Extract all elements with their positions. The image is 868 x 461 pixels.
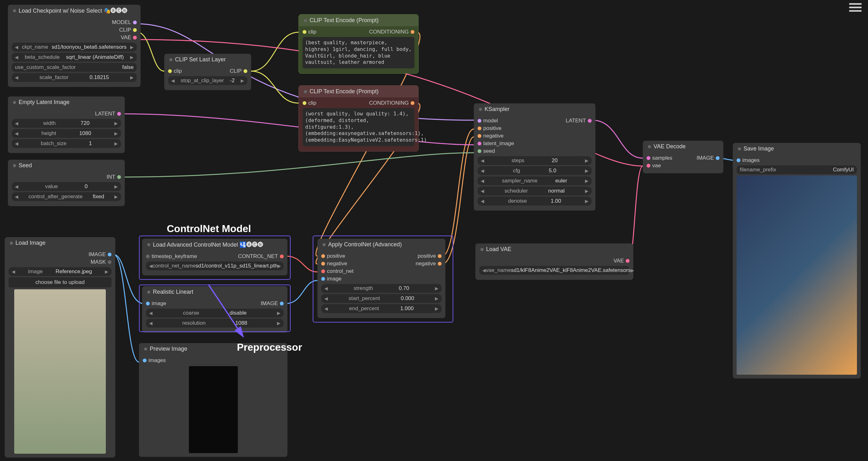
widget-scale-factor[interactable]: ◀scale_factor0.18215▶ bbox=[12, 73, 137, 82]
node-clip-set-last[interactable]: CLIP Set Last Layer clipCLIP ◀stop_at_cl… bbox=[164, 54, 251, 90]
output-image: IMAGE bbox=[696, 155, 714, 161]
output-negative: negative bbox=[416, 261, 436, 267]
slot-dot[interactable] bbox=[303, 101, 306, 105]
slot-dot[interactable] bbox=[321, 277, 325, 281]
slot-dot[interactable] bbox=[117, 112, 121, 116]
widget-start-pct[interactable]: ◀start_percent0.000▶ bbox=[321, 294, 441, 303]
node-header[interactable]: VAE Decode bbox=[643, 141, 723, 152]
widget-resolution[interactable]: ◀resolution1088▶ bbox=[146, 319, 284, 327]
node-load-vae[interactable]: Load VAE VAE ◀vae_namesd1/klF8Anime2VAE_… bbox=[475, 243, 633, 280]
slot-dot[interactable] bbox=[647, 156, 650, 160]
node-header[interactable]: CLIP Text Encode (Prompt) bbox=[299, 86, 418, 97]
widget-beta-schedule[interactable]: ◀beta_schedulesqrt_linear (AnimateDiff)▶ bbox=[12, 53, 137, 62]
slot-dot[interactable] bbox=[280, 255, 284, 258]
node-header[interactable]: Seed bbox=[8, 160, 125, 171]
node-save-image[interactable]: Save Image images filename_prefixComfyUI bbox=[733, 143, 861, 378]
prompt-text[interactable]: (best quality, masterpiece, highres) 1gi… bbox=[303, 37, 414, 68]
prompt-text[interactable]: (worst quality, low quality: 1.4), (defo… bbox=[303, 108, 414, 146]
widget-use-custom[interactable]: use_custom_scale_factorfalse bbox=[12, 63, 137, 72]
widget-cfg[interactable]: ◀cfg5.0▶ bbox=[477, 166, 592, 175]
output-image: IMAGE bbox=[260, 300, 278, 307]
widget-scheduler[interactable]: ◀schedulernormal▶ bbox=[477, 186, 592, 195]
slot-dot[interactable] bbox=[438, 254, 441, 258]
widget-width[interactable]: ◀width720▶ bbox=[12, 119, 121, 128]
slot-dot[interactable] bbox=[133, 28, 137, 32]
node-header[interactable]: CLIP Text Encode (Prompt) bbox=[299, 15, 418, 26]
slot-dot[interactable] bbox=[244, 69, 247, 73]
node-vae-decode[interactable]: VAE Decode samplesIMAGE vae bbox=[643, 141, 723, 173]
slot-dot[interactable] bbox=[438, 262, 441, 266]
slot-dot[interactable] bbox=[477, 134, 482, 138]
slot-dot[interactable] bbox=[133, 36, 137, 39]
slot-dot[interactable] bbox=[588, 119, 592, 123]
widget-end-pct[interactable]: ◀end_percent1.000▶ bbox=[321, 304, 441, 313]
choose-file-button[interactable]: choose file to upload bbox=[8, 277, 112, 287]
node-title: CLIP Set Last Layer bbox=[175, 56, 226, 63]
slot-dot[interactable] bbox=[477, 119, 482, 123]
node-realistic-lineart[interactable]: Realistic Lineart imageIMAGE ◀coarsedisa… bbox=[142, 286, 287, 333]
node-header[interactable]: Load Image bbox=[5, 237, 115, 249]
output-image: IMAGE bbox=[88, 251, 106, 258]
node-header[interactable]: CLIP Set Last Layer bbox=[164, 54, 251, 65]
node-header[interactable]: Realistic Lineart bbox=[142, 286, 287, 298]
slot-dot[interactable] bbox=[108, 260, 112, 264]
widget-image[interactable]: ◀imageReference.jpeg▶ bbox=[8, 267, 112, 276]
slot-dot[interactable] bbox=[321, 262, 325, 266]
slot-dot[interactable] bbox=[143, 358, 147, 362]
slot-dot[interactable] bbox=[737, 159, 740, 162]
node-clip-negative[interactable]: CLIP Text Encode (Prompt) clipCONDITIONI… bbox=[299, 85, 418, 151]
slot-dot[interactable] bbox=[146, 255, 150, 258]
slot-dot[interactable] bbox=[647, 164, 650, 168]
node-header[interactable]: Load Checkpoint w/ Noise Select 🎭🅐🅒🅝 bbox=[8, 5, 141, 17]
widget-filename[interactable]: filename_prefixComfyUI bbox=[737, 165, 857, 174]
widget-denoise[interactable]: ◀denoise1.00▶ bbox=[477, 197, 592, 205]
slot-dot[interactable] bbox=[477, 126, 482, 130]
node-clip-positive[interactable]: CLIP Text Encode (Prompt) clipCONDITIONI… bbox=[299, 14, 418, 74]
widget-batch[interactable]: ◀batch_size1▶ bbox=[12, 139, 121, 148]
widget-height[interactable]: ◀height1080▶ bbox=[12, 129, 121, 138]
node-preview-image[interactable]: Preview Image images bbox=[139, 343, 287, 457]
slot-dot[interactable] bbox=[626, 259, 629, 263]
widget-vae-name[interactable]: ◀vae_namesd1/klF8Anime2VAE_klF8Anime2VAE… bbox=[479, 266, 629, 275]
widget-cn-name[interactable]: ◀control_net_namesd1/control_v11p_sd15_l… bbox=[146, 261, 284, 270]
menu-icon[interactable] bbox=[849, 3, 862, 12]
node-seed[interactable]: Seed INT ◀value0▶ ◀control_after_generat… bbox=[8, 160, 125, 206]
node-header[interactable]: Empty Latent Image bbox=[8, 96, 125, 108]
slot-dot[interactable] bbox=[303, 30, 306, 34]
slot-dot[interactable] bbox=[411, 101, 414, 105]
slot-dot[interactable] bbox=[321, 254, 325, 258]
slot-dot[interactable] bbox=[168, 69, 172, 73]
widget-coarse[interactable]: ◀coarsedisable▶ bbox=[146, 309, 284, 317]
widget-sampler[interactable]: ◀sampler_nameeuler▶ bbox=[477, 176, 592, 185]
node-load-adv-controlnet[interactable]: Load Advanced ControlNet Model 🛂🅐🅒🅝 time… bbox=[142, 239, 287, 276]
slot-dot[interactable] bbox=[411, 30, 414, 34]
node-load-image[interactable]: Load Image IMAGE MASK ◀imageReference.jp… bbox=[5, 237, 115, 458]
slot-dot[interactable] bbox=[321, 269, 325, 273]
node-header[interactable]: Apply ControlNet (Advanced) bbox=[317, 239, 445, 251]
node-header[interactable]: KSampler bbox=[474, 104, 595, 115]
slot-dot[interactable] bbox=[716, 156, 719, 160]
widget-ckpt-name[interactable]: ◀ckpt_namesd1/toonyou_beta6.safetensors▶ bbox=[12, 43, 137, 52]
node-apply-controlnet[interactable]: Apply ControlNet (Advanced) positiveposi… bbox=[317, 239, 445, 318]
slot-dot[interactable] bbox=[477, 142, 482, 145]
node-ksampler[interactable]: KSampler modelLATENT positive negative l… bbox=[474, 104, 595, 210]
slot-dot[interactable] bbox=[477, 149, 482, 153]
widget-control-after[interactable]: ◀control_after_generatefixed▶ bbox=[12, 192, 121, 201]
slot-dot[interactable] bbox=[280, 301, 284, 306]
node-title: Preview Image bbox=[150, 346, 187, 352]
slot-dot[interactable] bbox=[108, 253, 112, 256]
slot-dot[interactable] bbox=[146, 301, 150, 306]
node-header[interactable]: Load Advanced ControlNet Model 🛂🅐🅒🅝 bbox=[142, 239, 287, 251]
widget-stop-at[interactable]: ◀stop_at_clip_layer-2▶ bbox=[168, 76, 247, 85]
node-empty-latent[interactable]: Empty Latent Image LATENT ◀width720▶ ◀he… bbox=[8, 96, 125, 153]
node-header[interactable]: Load VAE bbox=[475, 243, 633, 255]
node-canvas[interactable]: Load Checkpoint w/ Noise Select 🎭🅐🅒🅝 MOD… bbox=[0, 0, 868, 461]
widget-value[interactable]: ◀value0▶ bbox=[12, 182, 121, 191]
slot-dot[interactable] bbox=[133, 21, 137, 24]
node-header[interactable]: Save Image bbox=[733, 143, 861, 154]
slot-dot[interactable] bbox=[117, 175, 121, 179]
widget-steps[interactable]: ◀steps20▶ bbox=[477, 156, 592, 165]
widget-strength[interactable]: ◀strength0.70▶ bbox=[321, 284, 441, 293]
node-load-checkpoint[interactable]: Load Checkpoint w/ Noise Select 🎭🅐🅒🅝 MOD… bbox=[8, 5, 141, 87]
input-controlnet: control_net bbox=[327, 268, 353, 275]
